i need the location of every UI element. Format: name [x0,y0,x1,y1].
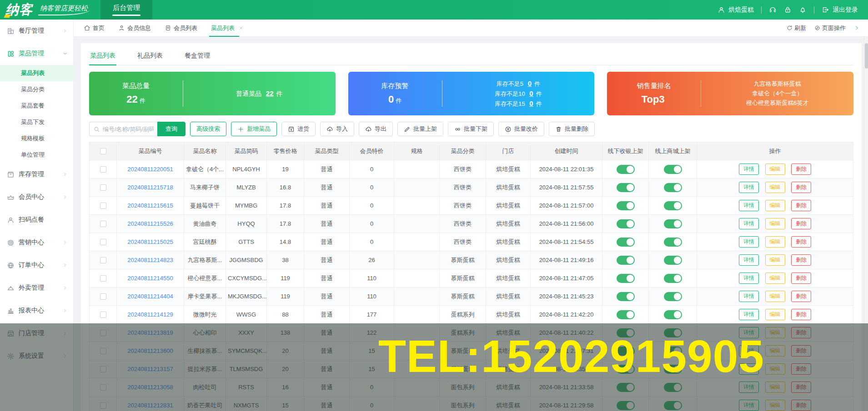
tab-home[interactable]: 首页 [84,24,105,32]
edit-button[interactable]: 编辑 [765,309,785,320]
offline-toggle[interactable] [617,274,635,283]
delete-button[interactable]: 删除 [791,218,811,229]
delete-button[interactable]: 删除 [791,400,811,411]
detail-button[interactable]: 详情 [739,200,759,211]
delete-button[interactable]: 删除 [791,363,811,375]
online-toggle[interactable] [664,165,682,174]
offline-toggle[interactable] [617,365,635,374]
offline-toggle[interactable] [617,328,635,337]
edit-button[interactable]: 编辑 [765,218,785,229]
search-button[interactable]: 查询 [157,122,186,136]
scrollbar[interactable] [864,37,868,411]
toolbar-button[interactable]: 进货 [281,122,316,136]
lock-icon[interactable] [784,6,792,14]
offline-toggle[interactable] [617,310,635,319]
subtab[interactable]: 礼品列表 [136,48,164,65]
offline-toggle[interactable] [617,292,635,301]
toolbar-button[interactable]: 高级搜索 [190,122,226,136]
row-checkbox[interactable] [100,366,106,372]
row-checkbox[interactable] [100,293,106,300]
subtab[interactable]: 菜品列表 [89,48,116,65]
select-all-checkbox[interactable] [100,148,106,154]
toolbar-button[interactable]: 新增菜品 [231,122,277,136]
close-icon[interactable] [238,25,244,31]
user-menu[interactable]: 烘焙蛋糕 [717,6,754,14]
page-ops-button[interactable]: 页面操作 [814,24,846,32]
online-toggle[interactable] [664,401,682,410]
detail-button[interactable]: 详情 [739,381,759,393]
nav-tab-backend[interactable]: 后台管理 [100,0,152,20]
sidebar-subitem[interactable]: 单位管理 [0,147,73,163]
online-toggle[interactable] [664,310,682,319]
dish-id-link[interactable]: 20240811214129 [127,311,173,318]
row-checkbox[interactable] [100,312,106,318]
online-toggle[interactable] [664,347,682,356]
refresh-button[interactable]: 刷新 [787,24,806,32]
dish-id-link[interactable]: 20240811212831 [127,402,173,409]
online-toggle[interactable] [664,274,682,283]
row-checkbox[interactable] [100,257,106,263]
toolbar-button[interactable]: 批量改价 [498,122,544,136]
dish-id-link[interactable]: 20240811213157 [127,366,173,372]
edit-button[interactable]: 编辑 [765,400,785,411]
toolbar-button[interactable]: 导出 [359,122,393,136]
sidebar-item-box[interactable]: 库存管理 [0,163,73,186]
offline-toggle[interactable] [617,165,635,174]
row-checkbox[interactable] [100,330,106,336]
detail-button[interactable]: 详情 [739,400,759,411]
delete-button[interactable]: 删除 [791,182,811,193]
row-checkbox[interactable] [100,221,106,227]
row-checkbox[interactable] [100,402,106,409]
offline-toggle[interactable] [617,238,635,247]
scrollbar-thumb[interactable] [865,43,868,69]
sidebar-subitem[interactable]: 菜品套餐 [0,98,73,114]
row-checkbox[interactable] [100,275,106,282]
dish-id-link[interactable]: 20240811215718 [127,184,173,191]
delete-button[interactable]: 删除 [791,254,811,266]
dish-id-link[interactable]: 20240811213819 [127,329,173,336]
chevron-right-icon[interactable] [854,25,860,31]
row-checkbox[interactable] [100,239,106,245]
online-toggle[interactable] [664,183,682,192]
dish-id-link[interactable]: 20240811215615 [127,202,173,209]
toolbar-button[interactable]: 批量下架 [448,122,494,136]
detail-button[interactable]: 详情 [739,327,759,338]
dish-id-link[interactable]: 20240811215526 [127,220,173,227]
sidebar-item-chart[interactable]: 报表中心 [0,299,73,322]
online-toggle[interactable] [664,201,682,210]
sidebar-subitem[interactable]: 规格模板 [0,130,73,147]
tab-doc[interactable]: 会员列表 [165,24,197,32]
delete-button[interactable]: 删除 [791,163,811,175]
delete-button[interactable]: 删除 [791,381,811,393]
offline-toggle[interactable] [617,256,635,265]
toolbar-button[interactable]: 批量删除 [549,122,595,136]
subtab[interactable]: 餐盒管理 [184,48,211,65]
sidebar-subitem[interactable]: 菜品分类 [0,81,73,98]
logout-button[interactable]: 退出登录 [822,6,858,14]
edit-button[interactable]: 编辑 [765,363,785,375]
detail-button[interactable]: 详情 [739,163,759,175]
row-checkbox[interactable] [100,166,106,173]
delete-button[interactable]: 删除 [791,309,811,320]
sidebar-item-gear[interactable]: 系统设置 [0,345,73,367]
detail-button[interactable]: 详情 [739,236,759,248]
sidebar-subitem[interactable]: 菜品下发 [0,114,73,130]
delete-button[interactable]: 删除 [791,291,811,302]
row-checkbox[interactable] [100,348,106,354]
detail-button[interactable]: 详情 [739,218,759,229]
sidebar-item-person[interactable]: 扫码点餐 [0,208,73,231]
sidebar-item-target[interactable]: 营销中心 [0,231,73,254]
dish-id-link[interactable]: 20240811214550 [127,275,173,282]
detail-button[interactable]: 详情 [739,254,759,266]
dish-id-link[interactable]: 20240811220051 [127,166,173,173]
offline-toggle[interactable] [617,219,635,228]
offline-toggle[interactable] [617,401,635,410]
sidebar-item-grid[interactable]: 菜品管理 [0,42,73,65]
detail-button[interactable]: 详情 [739,291,759,302]
toolbar-button[interactable]: 批量上架 [397,122,443,136]
delete-button[interactable]: 删除 [791,345,811,357]
support-icon[interactable] [769,6,777,14]
offline-toggle[interactable] [617,183,635,192]
edit-button[interactable]: 编辑 [765,345,785,357]
delete-button[interactable]: 删除 [791,327,811,338]
